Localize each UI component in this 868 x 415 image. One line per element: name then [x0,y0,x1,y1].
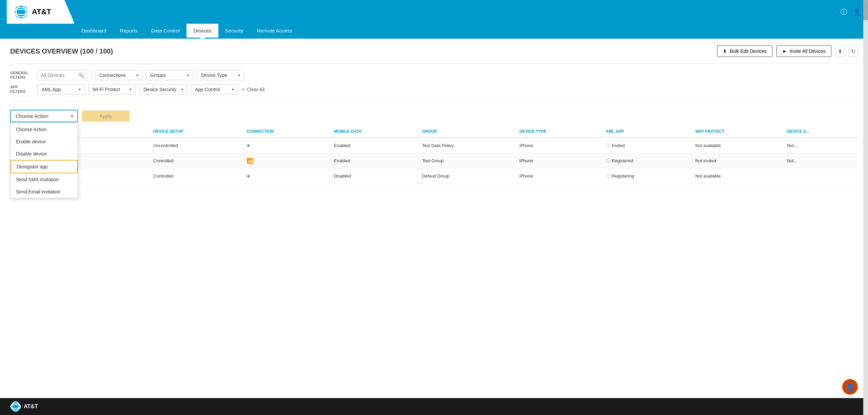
scrollbar[interactable] [863,0,868,415]
row3-device-s [782,168,858,184]
table-wrap: DESCRIPTION DEVICE SETUP CONNECTION MOBI… [10,126,858,184]
nav-item-security[interactable]: Security [218,24,250,39]
devices-table: DESCRIPTION DEVICE SETUP CONNECTION MOBI… [10,126,858,184]
all-devices-input[interactable] [41,72,78,78]
row3-aml-status: Registering [612,173,634,179]
app-control-select-wrap: App Control [191,84,238,95]
dropdown-item-deregister[interactable]: Deregister app [11,160,78,173]
row2-aml-icon: ⓘ [606,158,611,163]
row3-connection: ● [242,168,329,184]
all-devices-input-wrap: 🔍 [37,70,92,80]
row1-aml-status: Invited [612,143,625,148]
col-device-setup: DEVICE SETUP [149,126,242,138]
page-title: DEVICES OVERVIEW (100 / 100) [10,47,113,55]
row1-device-type: iPhone [515,138,601,153]
app-control-select[interactable]: App Control [191,84,238,95]
row1-connection: ● [242,138,329,153]
row2-aml-app: ⓘ Registered [601,153,691,168]
scrollbar-thumb [863,0,868,20]
aml-app-select-wrap: AML App [37,84,85,95]
row3-device-type: iPhone [515,168,601,184]
nav-bar: Dashboard Reports Data Control Devices S… [0,24,868,39]
nav-item-devices[interactable]: Devices [186,24,218,39]
row2-device-s: Not... [782,153,858,168]
row1-mobile-data: Enabled [329,138,417,153]
download-button[interactable]: ⬇ [835,46,845,57]
groups-select[interactable]: Groups [146,70,193,80]
dropdown-item-email[interactable]: Send Email invitation [11,186,78,198]
search-icon: 🔍 [78,72,84,78]
bulk-edit-icon: ⬆ [723,48,727,54]
nav-item-data-control[interactable]: Data Control [144,24,186,39]
choose-action-select[interactable]: Choose Action Enable device Disable devi… [10,110,78,122]
header-actions: ⬆ Bulk Edit Devices ► Invite All Devices… [717,45,858,57]
col-device-s: DEVICE S... [782,126,858,138]
row1-device-setup: Uncontrolled [149,138,242,153]
row3-wifi-protect: Not available [691,168,782,184]
dropdown-item-enable[interactable]: Enable device [11,136,78,148]
invite-icon: ► [782,48,787,54]
device-type-select[interactable]: Device Type [197,70,244,80]
row1-group: Test Data Policy [417,138,515,153]
clear-all-link[interactable]: ✓ Clear All [241,87,264,92]
row3-connection-dot: ● [246,172,250,179]
connections-select[interactable]: Connections [95,70,142,80]
wifi-protect-select[interactable]: Wi-Fi Protect [88,84,136,95]
col-aml-app: AML APP [601,126,691,138]
row2-connection-signal: 📶 [246,158,253,164]
apply-button[interactable]: Apply [82,110,130,122]
clear-all-icon: ✓ [241,87,245,92]
help-icon[interactable]: ⓘ [841,7,847,17]
bulk-edit-label: Bulk Edit Devices [730,48,767,54]
col-device-type: DEVICE TYPE [515,126,601,138]
logo-area: AT&T [7,0,75,24]
row2-mobile-data: Enabled [329,153,417,168]
table-row: nn Doe Controlled 📶 Enabled Test Group i… [10,153,858,168]
row3-aml-app: ⓘ Registering [601,168,691,184]
support-fab-icon: 👤 [846,383,854,391]
row1-aml-app: ⓘ Invited [601,138,691,153]
row1-aml-icon: ⓘ [606,143,611,148]
device-type-select-wrap: Device Type [197,70,244,80]
att-logo-icon [14,4,28,19]
groups-select-wrap: Groups [146,70,193,80]
app-filters-label: APPFILTERS [10,85,34,94]
wifi-protect-select-wrap: Wi-Fi Protect [88,84,136,95]
support-fab[interactable]: 👤 [842,379,858,395]
table-header-row: DESCRIPTION DEVICE SETUP CONNECTION MOBI… [10,126,858,138]
top-bar: AT&T ⓘ 👤 [0,0,868,24]
device-security-select-wrap: Device Security [139,84,187,95]
invite-all-label: Invite All Devices [790,48,826,54]
nav-item-dashboard[interactable]: Dashboard [75,24,113,39]
col-mobile-data: MOBILE DATA [329,126,417,138]
general-filters-row: GENERALFILTERS 🔍 Connections Groups Devi… [10,68,858,82]
col-wifi-protect: WIFI PROTECT [691,126,782,138]
row2-connection: 📶 [242,153,329,168]
logo-text: AT&T [32,7,51,16]
action-bar: Choose Action Enable device Disable devi… [10,106,858,126]
refresh-button[interactable]: ↻ [849,46,858,57]
top-icons: ⓘ 👤 [841,7,861,17]
connections-select-wrap: Connections [95,70,142,80]
row2-aml-status: Registered [612,158,633,163]
dropdown-item-disable[interactable]: Disable device [11,148,78,160]
bottom-bar: AT&T [0,398,868,415]
main-content: DEVICES OVERVIEW (100 / 100) ⬆ Bulk Edit… [0,39,868,398]
user-icon[interactable]: 👤 [853,8,861,16]
clear-all-label: Clear All [247,87,264,92]
device-security-select[interactable]: Device Security [139,84,187,95]
aml-app-select[interactable]: AML App [37,84,85,95]
table-row: Controlled ● Disabled Default Group iPho… [10,168,858,184]
row3-device-setup: Controlled [149,168,242,184]
dropdown-item-sms[interactable]: Send SMS invitation [11,173,78,186]
footer-att-text: AT&T [24,403,38,410]
dropdown-item-choose-action[interactable]: Choose Action [11,123,78,136]
app-filters-row: APPFILTERS AML App Wi-Fi Protect Device … [10,82,858,97]
nav-item-remote-access[interactable]: Remote Access [250,24,299,39]
row1-device-s: Not... [782,138,858,153]
bulk-edit-button[interactable]: ⬆ Bulk Edit Devices [717,45,772,57]
footer-att-logo [10,401,21,412]
nav-item-reports[interactable]: Reports [113,24,144,39]
row3-aml-icon: ⓘ [606,173,611,179]
invite-all-button[interactable]: ► Invite All Devices [776,45,831,57]
